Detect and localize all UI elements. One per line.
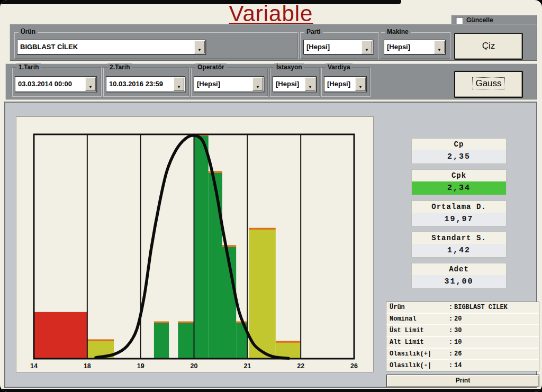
stat-value: 1,42 bbox=[412, 244, 506, 257]
stat-value: 19,97 bbox=[412, 213, 506, 226]
gauss-chart-svg: 14181920212226 bbox=[16, 117, 373, 372]
x-tick-label: 22 bbox=[297, 362, 304, 370]
makine-group-label: Makine bbox=[385, 28, 411, 35]
tarih1-group-label: 1.Tarih bbox=[16, 63, 41, 71]
app-window: Variable Güncelle Ürün BIGBLAST CİLEK ▼ … bbox=[0, 0, 542, 392]
gauss-button-label: Gauss bbox=[473, 78, 504, 89]
istasyon-group-label: İstasyon bbox=[274, 63, 304, 71]
stat-value: 2,35 bbox=[412, 150, 506, 163]
group-makine: Makine [Hepsi] ▼ bbox=[380, 32, 451, 59]
histogram-bar bbox=[178, 323, 194, 359]
vardiya-dropdown-value: [Hepsi] bbox=[327, 77, 355, 92]
ciz-button[interactable]: Çiz bbox=[454, 33, 523, 60]
group-tarih1: 1.Tarih 03.03.2014 00:00 ▼ bbox=[12, 67, 102, 97]
table-row: Üst Limit : 30 bbox=[386, 325, 539, 336]
istasyon-dropdown-value: [Hepsi] bbox=[276, 77, 304, 92]
stat-value: 31,00 bbox=[412, 275, 506, 288]
info-label: Olasılık(-| bbox=[386, 360, 449, 371]
guncelle-checkbox[interactable] bbox=[456, 17, 463, 24]
vardiya-group-label: Vardiya bbox=[326, 63, 353, 71]
info-value: 20 bbox=[454, 314, 462, 324]
x-tick-label: 18 bbox=[84, 362, 91, 370]
tarih1-dropdown[interactable]: 03.03.2014 00:00 ▼ bbox=[15, 76, 97, 92]
info-separator: : bbox=[449, 360, 454, 371]
istasyon-dropdown-arrow-icon[interactable]: ▼ bbox=[305, 77, 315, 91]
chart-panel: 14181920212226 bbox=[16, 116, 374, 372]
stat-box-cpk: Cpk 2,34 bbox=[411, 169, 507, 195]
urun-dropdown-value: BIGBLAST CİLEK bbox=[20, 40, 194, 54]
vardiya-dropdown[interactable]: [Hepsi] ▼ bbox=[324, 76, 367, 92]
group-istasyon: İstasyon [Hepsi] ▼ bbox=[269, 67, 320, 97]
stat-label: Ortalama D. bbox=[412, 201, 506, 213]
stat-label: Cp bbox=[412, 139, 506, 150]
info-value: 14 bbox=[454, 360, 462, 371]
bar-cap bbox=[209, 171, 222, 173]
stat-label: Adet bbox=[412, 263, 506, 275]
x-tick-label: 19 bbox=[137, 362, 144, 370]
info-label: Nominal bbox=[386, 314, 449, 324]
table-row: Olasılık(-| : 14 bbox=[386, 360, 539, 371]
tarih1-dropdown-arrow-icon[interactable]: ▼ bbox=[85, 77, 96, 91]
bar-cap bbox=[249, 228, 275, 230]
x-tick-label: 20 bbox=[191, 362, 198, 370]
operator-dropdown-value: [Hepsi] bbox=[197, 77, 252, 92]
histogram-bar bbox=[209, 173, 222, 359]
makine-dropdown-value: [Hepsi] bbox=[387, 40, 433, 54]
parti-dropdown[interactable]: [Hepsi] ▼ bbox=[303, 40, 373, 54]
makine-dropdown[interactable]: [Hepsi] ▼ bbox=[384, 40, 446, 54]
print-button[interactable]: Print bbox=[386, 375, 539, 387]
info-label: Üst Limit bbox=[386, 325, 449, 336]
info-value: 10 bbox=[454, 337, 462, 348]
tarih2-dropdown-value: 10.03.2016 23:59 bbox=[109, 77, 173, 92]
table-row: Ürün : BIGBLAST CİLEK bbox=[386, 302, 539, 313]
group-parti: Parti [Hepsi] ▼ bbox=[300, 32, 379, 59]
info-separator: : bbox=[449, 302, 454, 313]
istasyon-dropdown[interactable]: [Hepsi] ▼ bbox=[273, 76, 317, 92]
operator-dropdown-arrow-icon[interactable]: ▼ bbox=[252, 77, 263, 91]
group-operator: Operatör [Hepsi] ▼ bbox=[191, 67, 268, 97]
parti-dropdown-arrow-icon[interactable]: ▼ bbox=[362, 41, 372, 53]
x-tick-label: 14 bbox=[30, 362, 38, 370]
stat-box-ortalama: Ortalama D. 19,97 bbox=[411, 200, 507, 226]
bar-cap bbox=[276, 341, 300, 343]
tarih2-group-label: 2.Tarih bbox=[107, 63, 132, 71]
table-row: Alt Limit : 10 bbox=[386, 337, 539, 348]
stat-box-cp: Cp 2,35 bbox=[411, 138, 507, 164]
urun-group-label: Ürün bbox=[19, 28, 38, 35]
stat-box-standart: Standart S. 1,42 bbox=[411, 232, 507, 258]
x-tick-label: 21 bbox=[243, 362, 251, 370]
histogram-bar bbox=[34, 312, 87, 359]
info-separator: : bbox=[449, 325, 454, 336]
tarih2-dropdown-arrow-icon[interactable]: ▼ bbox=[174, 77, 184, 91]
urun-dropdown-arrow-icon[interactable]: ▼ bbox=[194, 41, 205, 53]
guncelle-label: Güncelle bbox=[466, 16, 493, 24]
bottom-black-strip bbox=[0, 389, 542, 392]
makine-dropdown-arrow-icon[interactable]: ▼ bbox=[434, 41, 445, 53]
bar-cap bbox=[87, 339, 114, 341]
operator-dropdown[interactable]: [Hepsi] ▼ bbox=[194, 76, 264, 92]
info-separator: : bbox=[449, 349, 454, 359]
info-table: Ürün : BIGBLAST CİLEK Nominal : 20 Üst L… bbox=[386, 302, 539, 371]
gauss-button[interactable]: Gauss bbox=[454, 71, 523, 98]
operator-group-label: Operatör bbox=[195, 63, 227, 71]
stat-label: Standart S. bbox=[412, 232, 506, 244]
parti-dropdown-value: [Hepsi] bbox=[306, 40, 361, 54]
info-value: 30 bbox=[454, 325, 462, 336]
info-value: BIGBLAST CİLEK bbox=[454, 302, 508, 313]
table-row: Nominal : 20 bbox=[386, 314, 539, 324]
group-urun: Ürün BIGBLAST CİLEK ▼ bbox=[14, 32, 299, 59]
vardiya-dropdown-arrow-icon[interactable]: ▼ bbox=[355, 77, 366, 91]
urun-dropdown[interactable]: BIGBLAST CİLEK ▼ bbox=[17, 40, 206, 54]
info-value: 26 bbox=[454, 349, 462, 359]
histogram-bar bbox=[154, 323, 169, 359]
stat-box-adet: Adet 31,00 bbox=[411, 263, 507, 289]
info-separator: : bbox=[449, 337, 454, 348]
info-label: Alt Limit bbox=[386, 337, 449, 348]
histogram-bar bbox=[194, 136, 209, 359]
stat-value-highlighted: 2,34 bbox=[412, 181, 506, 195]
bar-cap bbox=[178, 322, 194, 324]
stat-label: Cpk bbox=[412, 170, 506, 181]
x-tick-label: 26 bbox=[350, 362, 358, 370]
tarih2-dropdown[interactable]: 10.03.2016 23:59 ▼ bbox=[106, 76, 185, 92]
main-panel: 14181920212226 Cp 2,35 Cpk 2,34 Ortalama… bbox=[4, 102, 537, 388]
